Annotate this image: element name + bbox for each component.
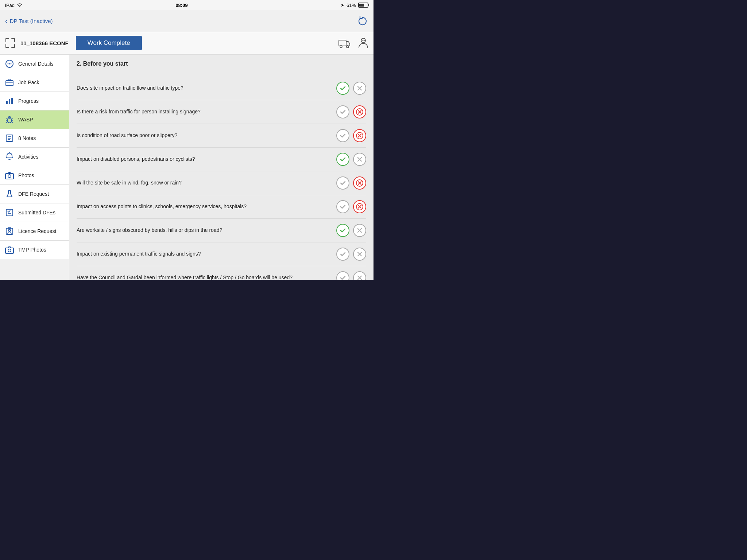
section-2-title: 2. Before you start: [77, 61, 366, 70]
sidebar-item-activities[interactable]: Activities: [0, 148, 69, 166]
question-row-7: Are worksite / signs obscured by bends, …: [77, 219, 366, 242]
cross-button-1[interactable]: [353, 82, 366, 95]
question-row-5: Will the site be safe in wind, fog, snow…: [77, 171, 366, 195]
question-row-1: Does site impact on traffic flow and tra…: [77, 77, 366, 100]
svg-rect-0: [339, 40, 346, 46]
job-title: 11_108366 ECONF: [20, 40, 69, 46]
truck-icon-button[interactable]: [337, 36, 352, 50]
question-text-9: Have the Council and Gardai been informe…: [77, 274, 336, 280]
cross-button-3[interactable]: [353, 129, 366, 142]
sidebar-label-activities: Activities: [18, 154, 38, 160]
svg-line-16: [6, 118, 7, 119]
check-button-4[interactable]: [336, 153, 349, 166]
sidebar-item-progress[interactable]: Progress: [0, 92, 69, 110]
sidebar-item-submitted-dfes[interactable]: Submitted DFEs: [0, 203, 69, 222]
work-complete-button[interactable]: Work Complete: [76, 36, 142, 50]
question-text-8: Impact on existing permanent traffic sig…: [77, 250, 336, 258]
id-badge-icon: [5, 227, 14, 236]
status-right: ➤ 61%: [341, 3, 368, 8]
check-button-9[interactable]: [336, 271, 349, 280]
cross-button-5[interactable]: [353, 176, 366, 190]
sidebar-label-licence: Licence Request: [18, 228, 56, 234]
svg-point-33: [8, 229, 11, 232]
sidebar-item-tmp-photos[interactable]: TMP Photos: [0, 241, 69, 259]
sidebar-item-photos[interactable]: Photos: [0, 166, 69, 185]
check-button-6[interactable]: [336, 200, 349, 213]
wifi-icon: [17, 3, 23, 7]
cross-button-7[interactable]: [353, 224, 366, 237]
status-left: iPad: [5, 3, 23, 8]
question-controls-5: [336, 176, 366, 190]
svg-rect-12: [9, 99, 10, 104]
cross-button-8[interactable]: [353, 248, 366, 261]
cross-button-4[interactable]: [353, 153, 366, 166]
list-check-icon: [5, 208, 14, 217]
status-time: 08:09: [175, 3, 187, 8]
question-text-6: Impact on access points to clinics, scho…: [77, 203, 336, 210]
check-button-3[interactable]: [336, 129, 349, 142]
location-icon: ➤: [341, 3, 344, 8]
question-text-1: Does site impact on traffic flow and tra…: [77, 85, 336, 92]
flask-icon: [5, 190, 14, 198]
check-button-2[interactable]: [336, 105, 349, 118]
back-button[interactable]: ‹ DP Test (Inactive): [5, 17, 53, 25]
top-nav: ‹ DP Test (Inactive): [0, 10, 374, 32]
refresh-icon[interactable]: [357, 15, 368, 27]
question-text-3: Is condition of road surface poor or sli…: [77, 132, 336, 139]
sidebar-item-general-details[interactable]: General Details: [0, 55, 69, 73]
dots-circle-icon: [5, 59, 14, 68]
app-body: General Details Job Pack Progress WASP 8: [0, 55, 374, 280]
sidebar-label-wasp: WASP: [18, 117, 33, 122]
tmp-camera-icon: [5, 245, 14, 254]
check-button-5[interactable]: [336, 176, 349, 190]
sidebar-item-job-pack[interactable]: Job Pack: [0, 73, 69, 92]
device-label: iPad: [5, 3, 15, 8]
svg-rect-9: [6, 81, 13, 86]
main-content: 2. Before you start Does site impact on …: [69, 55, 374, 280]
sidebar-label-notes: 8 Notes: [18, 135, 36, 141]
svg-line-21: [12, 122, 13, 123]
back-chevron-icon: ‹: [5, 17, 8, 25]
question-row-3: Is condition of road surface poor or sli…: [77, 124, 366, 148]
bar-chart-icon: [5, 97, 14, 105]
svg-rect-30: [6, 209, 13, 216]
sidebar-item-wasp[interactable]: WASP: [0, 110, 69, 129]
cross-button-6[interactable]: [353, 200, 366, 213]
question-text-7: Are worksite / signs obscured by bends, …: [77, 227, 336, 234]
question-controls-8: [336, 248, 366, 261]
camera-icon: [5, 171, 14, 180]
svg-rect-11: [6, 101, 8, 104]
svg-point-8: [11, 63, 12, 65]
check-button-1[interactable]: [336, 82, 349, 95]
list-icon: [5, 134, 14, 143]
back-label: DP Test (Inactive): [10, 18, 53, 24]
svg-point-7: [9, 63, 10, 65]
sidebar-item-licence[interactable]: Licence Request: [0, 222, 69, 241]
cross-button-9[interactable]: [353, 271, 366, 280]
question-controls-4: [336, 153, 366, 166]
question-controls-1: [336, 82, 366, 95]
expand-icon[interactable]: [4, 36, 17, 50]
svg-rect-13: [11, 98, 13, 104]
sidebar-label-submitted: Submitted DFEs: [18, 210, 55, 215]
sidebar-label-jobpack: Job Pack: [18, 79, 39, 85]
check-button-8[interactable]: [336, 248, 349, 261]
status-bar: iPad 08:09 ➤ 61%: [0, 0, 374, 10]
svg-rect-4: [361, 38, 365, 41]
sidebar-item-dfe-request[interactable]: DFE Request: [0, 185, 69, 203]
person-icon-button[interactable]: [357, 36, 370, 50]
question-row-8: Impact on existing permanent traffic sig…: [77, 242, 366, 266]
question-controls-3: [336, 129, 366, 142]
battery-icon: [358, 3, 368, 8]
cross-button-2[interactable]: [353, 105, 366, 118]
svg-point-6: [8, 63, 9, 65]
bell-icon: [5, 152, 14, 161]
question-text-4: Impact on disabled persons, pedestrians …: [77, 156, 336, 163]
check-button-7[interactable]: [336, 224, 349, 237]
svg-line-20: [6, 122, 7, 123]
question-controls-6: [336, 200, 366, 213]
sidebar-label-general: General Details: [18, 61, 54, 67]
sidebar-item-notes[interactable]: 8 Notes: [0, 129, 69, 148]
question-row-6: Impact on access points to clinics, scho…: [77, 195, 366, 219]
main-header: 11_108366 ECONF Work Complete: [0, 32, 374, 55]
